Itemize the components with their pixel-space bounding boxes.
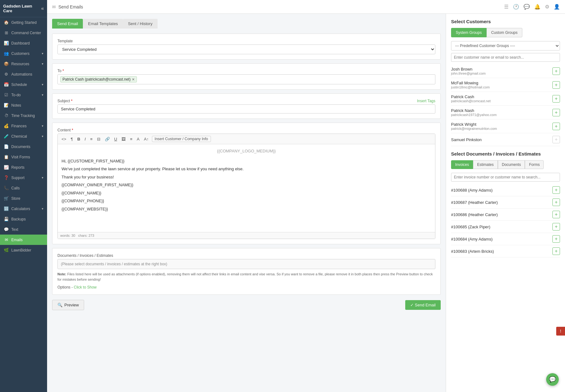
toolbar-color[interactable]: A bbox=[136, 136, 141, 142]
tab-sent-history[interactable]: Sent / History bbox=[123, 19, 158, 29]
customer-info: Patrick Cash patrickcash@comcast.net bbox=[451, 94, 552, 103]
sidebar-item-calls[interactable]: 📞Calls bbox=[0, 183, 47, 193]
toolbar-underline[interactable]: U bbox=[113, 136, 118, 142]
tab-documents[interactable]: Documents bbox=[498, 160, 525, 169]
sidebar-arrow-customers: ▾ bbox=[42, 52, 43, 55]
sidebar-item-backups[interactable]: 💾Backups bbox=[0, 214, 47, 224]
add-invoice-button[interactable]: + bbox=[552, 223, 560, 230]
customer-list-item: Samuel Pinkston + bbox=[451, 133, 560, 146]
sidebar-item-customers[interactable]: 👥Customers▾ bbox=[0, 48, 47, 59]
editor-wrapper: <> ¶ B I ≡ ⊟ 🔗 U 🖼 ≡ A A↑ Insert Custome… bbox=[57, 134, 435, 239]
editor-logo-placeholder: {{COMPANY_LOGO_MEDIUM}} bbox=[62, 148, 431, 154]
customer-search-input[interactable] bbox=[451, 53, 560, 62]
tab-system-groups[interactable]: System Groups bbox=[451, 28, 487, 37]
toolbar-paragraph[interactable]: ¶ bbox=[69, 136, 74, 142]
sidebar-toggle[interactable]: « bbox=[41, 6, 44, 11]
tab-forms[interactable]: Forms bbox=[525, 160, 544, 169]
add-customer-button[interactable]: + bbox=[552, 81, 560, 89]
add-invoice-button[interactable]: + bbox=[552, 186, 560, 194]
customer-info: McFall Mowing justin18mc@hotmail.com bbox=[451, 81, 552, 89]
invoice-search-input[interactable] bbox=[451, 173, 560, 182]
sidebar-icon-customers: 👥 bbox=[4, 51, 9, 56]
add-invoice-button[interactable]: + bbox=[552, 235, 560, 243]
sidebar-item-getting-started[interactable]: 🏠Getting Started bbox=[0, 17, 47, 28]
add-invoice-button[interactable]: + bbox=[552, 211, 560, 218]
settings-icon[interactable]: ⚙ bbox=[545, 4, 549, 10]
options-click-to-show[interactable]: Click to Show bbox=[74, 285, 97, 289]
add-customer-button[interactable]: + bbox=[552, 95, 560, 103]
toolbar-link[interactable]: 🔗 bbox=[104, 136, 111, 142]
invoices-list: #100688 (Amy Adams) + #100687 (Heather C… bbox=[451, 184, 560, 257]
toolbar-align[interactable]: ≡ bbox=[129, 136, 134, 142]
sidebar-item-time-tracking[interactable]: ⏱Time Tracking bbox=[0, 110, 47, 121]
add-customer-button[interactable]: + bbox=[552, 109, 560, 116]
bell-icon[interactable]: 🔔 bbox=[534, 4, 541, 10]
subject-input[interactable] bbox=[57, 104, 435, 114]
list-icon[interactable]: ☰ bbox=[504, 4, 508, 10]
to-field[interactable]: Patrick Cash (patrickcash@comcast.net) ✕ bbox=[57, 74, 435, 84]
sidebar-item-emails[interactable]: ✉Emails bbox=[0, 235, 47, 245]
tab-estimates[interactable]: Estimates bbox=[473, 160, 498, 169]
tab-invoices[interactable]: Invoices bbox=[451, 160, 473, 169]
sidebar-item-documents[interactable]: 📄Documents bbox=[0, 141, 47, 152]
clock-icon[interactable]: 🕐 bbox=[513, 4, 519, 10]
sidebar-item-schedule[interactable]: 📅Schedule▾ bbox=[0, 79, 47, 90]
editor-body[interactable]: {{COMPANY_LOGO_MEDIUM}} Hi, {{CUSTOMER_F… bbox=[58, 144, 435, 232]
add-customer-button[interactable]: + bbox=[552, 123, 560, 130]
sidebar-item-support[interactable]: ❓Support▾ bbox=[0, 172, 47, 183]
to-label: To * bbox=[57, 69, 435, 73]
send-email-button[interactable]: ✓ Send Email bbox=[405, 300, 441, 310]
template-select[interactable]: Service Completed bbox=[57, 45, 435, 54]
toolbar-list-ol[interactable]: ⊟ bbox=[96, 136, 102, 142]
remove-recipient-button[interactable]: ✕ bbox=[132, 77, 135, 82]
sidebar-icon-calculators: 🔢 bbox=[4, 206, 9, 211]
chat-icon[interactable]: 💬 bbox=[524, 4, 530, 10]
insert-tags-link[interactable]: Insert Tags bbox=[417, 99, 435, 103]
tab-send-email[interactable]: Send Email bbox=[52, 19, 83, 29]
email-tabs: Send Email Email Templates Sent / Histor… bbox=[52, 19, 441, 29]
to-tag: Patrick Cash (patrickcash@comcast.net) ✕ bbox=[60, 76, 137, 82]
invoice-label: #100684 (Amy Adams) bbox=[451, 237, 552, 241]
tab-email-templates[interactable]: Email Templates bbox=[83, 19, 123, 29]
toolbar-size[interactable]: A↑ bbox=[143, 136, 150, 142]
sidebar-label-store: Store bbox=[11, 196, 20, 201]
sidebar-label-emails: Emails bbox=[11, 238, 23, 242]
sidebar-item-store[interactable]: 🛒Store bbox=[0, 193, 47, 204]
sidebar-arrow-calculators: ▾ bbox=[42, 207, 43, 210]
notification-badge[interactable]: ! bbox=[556, 327, 565, 336]
sidebar-label-documents: Documents bbox=[11, 145, 30, 149]
sidebar-item-visit-forms[interactable]: 📋Visit Forms bbox=[0, 152, 47, 162]
sidebar-item-text[interactable]: 💬Text bbox=[0, 224, 47, 235]
user-icon[interactable]: 👤 bbox=[554, 4, 560, 10]
add-invoice-button[interactable]: + bbox=[552, 199, 560, 206]
sidebar-item-automations[interactable]: ⚙Automations bbox=[0, 69, 47, 79]
sidebar-item-command-center[interactable]: ⊞Command Center bbox=[0, 28, 47, 38]
editor-line-5: {{COMPANY_NAME}} bbox=[62, 190, 431, 196]
chat-bubble[interactable]: 💬 bbox=[546, 373, 559, 386]
toolbar-italic[interactable]: I bbox=[83, 136, 87, 142]
sidebar-item-calculators[interactable]: 🔢Calculators▾ bbox=[0, 204, 47, 214]
toolbar-image[interactable]: 🖼 bbox=[120, 136, 127, 142]
sidebar-item-reports[interactable]: 📈Reports bbox=[0, 162, 47, 172]
sidebar-item-notes[interactable]: 📝Notes bbox=[0, 100, 47, 110]
toolbar-list-ul[interactable]: ≡ bbox=[89, 136, 94, 142]
sidebar-item-lawnbidder[interactable]: 🌿LawnBidder bbox=[0, 245, 47, 255]
sidebar-item-resources[interactable]: 📦Resources▾ bbox=[0, 59, 47, 69]
sidebar-item-finances[interactable]: 💰Finances▾ bbox=[0, 121, 47, 131]
add-customer-button[interactable]: + bbox=[552, 136, 560, 143]
to-section: To * Patrick Cash (patrickcash@comcast.n… bbox=[52, 63, 441, 90]
add-invoice-button[interactable]: + bbox=[552, 247, 560, 255]
predefined-groups-select[interactable]: --- Predefined Customer Groups ---- bbox=[451, 41, 560, 50]
sidebar-item-dashboard[interactable]: 📊Dashboard bbox=[0, 38, 47, 48]
add-customer-button[interactable]: + bbox=[552, 67, 560, 75]
sidebar-item-chemical[interactable]: 🧪Chemical▾ bbox=[0, 131, 47, 141]
editor-line-3: Thank you for your business! bbox=[62, 174, 431, 180]
subject-label: Subject * Insert Tags bbox=[57, 99, 435, 103]
toolbar-code[interactable]: <> bbox=[60, 136, 67, 142]
preview-button[interactable]: 🔍 Preview bbox=[52, 300, 84, 310]
toolbar-bold[interactable]: B bbox=[76, 136, 81, 142]
tab-custom-groups[interactable]: Custom Groups bbox=[487, 28, 522, 37]
sidebar-item-to-do[interactable]: ☑To-do▾ bbox=[0, 90, 47, 100]
documents-section: Documents / Invoices / Estimates (Please… bbox=[52, 248, 441, 295]
toolbar-insert-info[interactable]: Insert Customer / Company Info bbox=[152, 136, 211, 142]
